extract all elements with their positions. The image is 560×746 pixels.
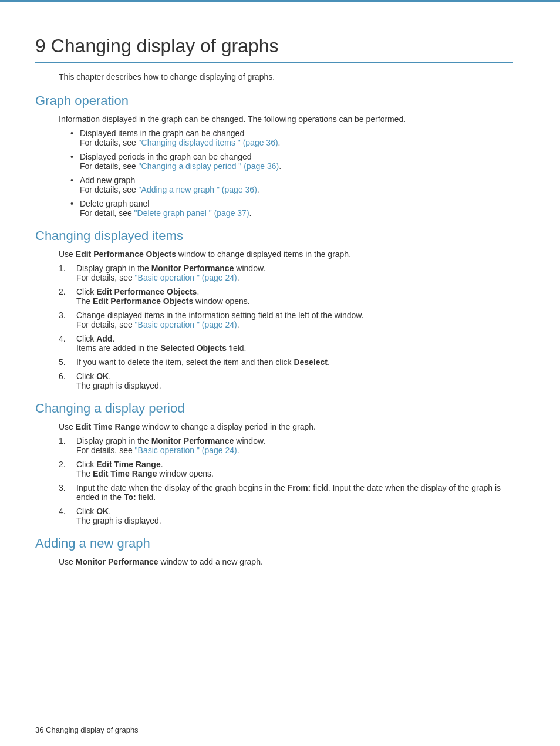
bold-text: Edit Performance Objects	[93, 296, 193, 306]
list-item: Change displayed items in the informatio…	[59, 310, 513, 329]
bold-text: Edit Time Range	[96, 460, 160, 469]
changing-displayed-items-steps: Display graph in the Monitor Performance…	[59, 264, 513, 390]
list-item: Click OK. The graph is displayed.	[59, 372, 513, 390]
bullet-main: Delete graph panel	[80, 199, 149, 208]
step-sub: The graph is displayed.	[76, 516, 513, 525]
list-item: Click Edit Performance Objects. The Edit…	[59, 287, 513, 306]
bold-text: Monitor Performance	[151, 264, 234, 273]
changing-display-period-steps: Display graph in the Monitor Performance…	[59, 436, 513, 525]
list-item: Click OK. The graph is displayed.	[59, 507, 513, 525]
bullet-sub: For details, see "Changing a display per…	[80, 161, 513, 171]
step-sub: Items are added in the Selected Objects …	[76, 343, 513, 353]
list-item: Click Add. Items are added in the Select…	[59, 334, 513, 353]
bold-text: Edit Performance Objects	[96, 287, 197, 296]
bold-text: Edit Time Range	[76, 422, 140, 431]
section-graph-operation: Graph operation Information displayed in…	[35, 93, 513, 218]
bold-text: Deselect	[294, 357, 328, 367]
list-item: If you want to delete the item, select t…	[59, 357, 513, 367]
page: 9 Changing display of graphs This chapte…	[0, 0, 560, 746]
list-item: Displayed items in the graph can be chan…	[70, 129, 513, 147]
list-item: Display graph in the Monitor Performance…	[59, 264, 513, 282]
changing-display-period-intro: Use Edit Time Range window to change a d…	[59, 422, 513, 431]
bold-text: Add	[96, 334, 112, 343]
bold-text: To:	[124, 492, 136, 502]
step-sub: For details, see "Basic operation " (pag…	[76, 320, 513, 329]
bold-text: Monitor Performance	[151, 436, 234, 445]
link: "Delete graph panel " (page 37)	[134, 208, 249, 218]
bold-text: Edit Time Range	[93, 469, 157, 478]
section-changing-display-period: Changing a display period Use Edit Time …	[35, 401, 513, 525]
bold-text: From:	[288, 483, 311, 492]
bullet-main: Add new graph	[80, 175, 135, 185]
graph-operation-intro: Information displayed in the graph can b…	[59, 114, 513, 124]
chapter-title: 9 Changing display of graphs	[35, 35, 513, 63]
footer: 36 Changing display of graphs	[35, 725, 139, 734]
link: "Adding a new graph " (page 36)	[139, 185, 257, 194]
step-sub: The graph is displayed.	[76, 381, 513, 390]
list-item: Click Edit Time Range. The Edit Time Ran…	[59, 460, 513, 478]
adding-new-graph-title: Adding a new graph	[35, 536, 513, 551]
changing-display-period-title: Changing a display period	[35, 401, 513, 416]
list-item: Display graph in the Monitor Performance…	[59, 436, 513, 455]
link: "Basic operation " (page 24)	[135, 445, 237, 455]
chapter-intro: This chapter describes how to change dis…	[59, 72, 513, 82]
section-adding-new-graph: Adding a new graph Use Monitor Performan…	[35, 536, 513, 566]
list-item: Delete graph panel For detail, see "Dele…	[70, 199, 513, 218]
link: "Changing a display period " (page 36)	[139, 161, 279, 171]
bold-text: OK	[96, 507, 109, 516]
graph-operation-title: Graph operation	[35, 93, 513, 109]
link: "Basic operation " (page 24)	[135, 320, 237, 329]
bullet-sub: For details, see "Changing displayed ite…	[80, 138, 513, 147]
bold-text: OK	[96, 372, 109, 381]
bullet-main: Displayed items in the graph can be chan…	[80, 129, 244, 138]
changing-displayed-items-title: Changing displayed items	[35, 228, 513, 244]
list-item: Input the date when the display of the g…	[59, 483, 513, 502]
link: "Changing displayed items " (page 36)	[139, 138, 278, 147]
changing-displayed-items-intro: Use Edit Performance Objects window to c…	[59, 249, 513, 259]
step-sub: For details, see "Basic operation " (pag…	[76, 445, 513, 455]
bold-text: Monitor Performance	[76, 557, 158, 566]
adding-new-graph-intro: Use Monitor Performance window to add a …	[59, 557, 513, 566]
bold-text: Selected Objects	[160, 343, 227, 353]
bullet-sub: For detail, see "Delete graph panel " (p…	[80, 208, 513, 218]
graph-operation-bullets: Displayed items in the graph can be chan…	[70, 129, 513, 218]
step-sub: The Edit Performance Objects window open…	[76, 296, 513, 306]
top-border	[0, 0, 560, 2]
bold-text: Edit Performance Objects	[76, 249, 176, 259]
list-item: Displayed periods in the graph can be ch…	[70, 152, 513, 171]
link: "Basic operation " (page 24)	[135, 273, 237, 282]
step-sub: The Edit Time Range window opens.	[76, 469, 513, 478]
section-changing-displayed-items: Changing displayed items Use Edit Perfor…	[35, 228, 513, 390]
bullet-main: Displayed periods in the graph can be ch…	[80, 152, 252, 161]
bullet-sub: For details, see "Adding a new graph " (…	[80, 185, 513, 194]
list-item: Add new graph For details, see "Adding a…	[70, 175, 513, 194]
step-sub: For details, see "Basic operation " (pag…	[76, 273, 513, 282]
